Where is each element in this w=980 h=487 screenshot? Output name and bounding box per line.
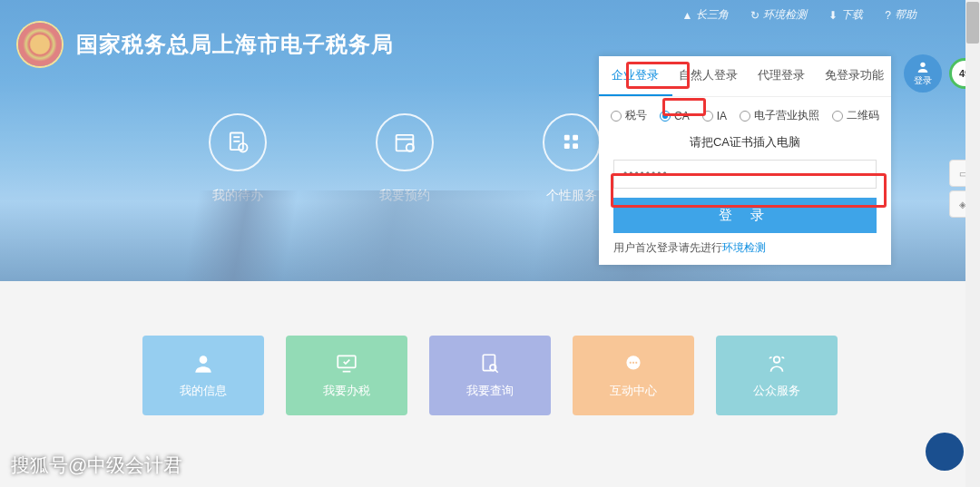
link-download[interactable]: ⬇ 下载 — [828, 7, 863, 23]
chat-bubble-icon[interactable] — [926, 433, 964, 471]
card-myinfo[interactable]: 我的信息 — [142, 336, 264, 415]
top-links: ▲ 长三角 ↻ 环境检测 ⬇ 下载 ? 帮助 — [681, 7, 916, 23]
tab-nologin[interactable]: 免登录功能 — [818, 56, 892, 96]
chat-icon — [622, 352, 645, 375]
doc-search-icon — [478, 352, 502, 375]
ca-hint: 请把CA证书插入电脑 — [599, 131, 891, 160]
service-icon — [765, 352, 789, 375]
tab-enterprise[interactable]: 企业登录 — [599, 56, 672, 96]
svg-line-16 — [495, 370, 497, 373]
link-csj[interactable]: ▲ 长三角 — [681, 7, 729, 23]
todo-icon — [225, 130, 250, 155]
tab-agent[interactable]: 代理登录 — [745, 56, 818, 96]
svg-point-20 — [635, 362, 637, 364]
svg-rect-9 — [564, 143, 570, 149]
svg-rect-7 — [564, 135, 570, 141]
radio-ia[interactable]: IA — [702, 108, 727, 123]
tax-emblem-icon — [18, 23, 62, 66]
radio-qr[interactable]: 二维码 — [832, 108, 879, 123]
card-query[interactable]: 我要查询 — [429, 336, 551, 415]
user-login-badge[interactable]: 登录 — [904, 54, 942, 93]
svg-rect-14 — [483, 355, 495, 370]
scroll-thumb[interactable] — [966, 2, 979, 44]
svg-point-21 — [774, 356, 780, 363]
svg-point-22 — [920, 63, 925, 67]
password-input[interactable] — [613, 160, 877, 189]
monitor-icon — [335, 352, 358, 375]
svg-point-18 — [630, 362, 632, 364]
svg-point-11 — [200, 356, 208, 364]
link-help[interactable]: ? 帮助 — [885, 7, 916, 23]
site-title: 国家税务总局上海市电子税务局 — [76, 30, 394, 59]
login-tabs: 企业登录 自然人登录 代理登录 免登录功能 — [599, 56, 891, 97]
person-icon — [191, 352, 215, 375]
first-login-tip: 用户首次登录请先进行环境检测 — [599, 233, 891, 256]
svg-rect-4 — [397, 135, 414, 151]
login-button[interactable]: 登 录 — [613, 198, 877, 233]
card-dotax[interactable]: 我要办税 — [286, 336, 407, 415]
svg-point-19 — [632, 362, 634, 364]
env-check-link[interactable]: 环境检测 — [722, 241, 766, 254]
card-public[interactable]: 公众服务 — [716, 336, 838, 415]
tab-person[interactable]: 自然人登录 — [672, 56, 746, 96]
user-icon — [916, 60, 930, 74]
login-panel: 企业登录 自然人登录 代理登录 免登录功能 税号 CA IA 电子营业执照 二维… — [599, 56, 891, 265]
calendar-icon — [392, 130, 417, 155]
svg-rect-10 — [573, 143, 578, 149]
svg-rect-8 — [573, 135, 578, 141]
radio-taxid[interactable]: 税号 — [611, 108, 647, 123]
radio-ca[interactable]: CA — [660, 108, 690, 123]
scrollbar[interactable] — [965, 0, 980, 487]
login-method-radios: 税号 CA IA 电子营业执照 二维码 — [599, 97, 891, 131]
grid-icon — [559, 130, 584, 155]
card-interact[interactable]: 互动中心 — [573, 336, 694, 415]
watermark: 搜狐号@中级会计君 — [11, 453, 182, 478]
link-env[interactable]: ↻ 环境检测 — [750, 7, 807, 23]
radio-elicense[interactable]: 电子营业执照 — [740, 108, 819, 123]
